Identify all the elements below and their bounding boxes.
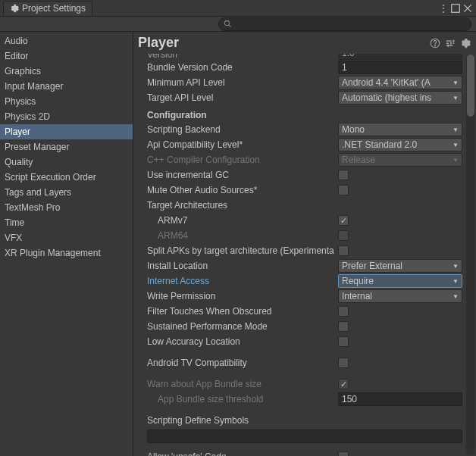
target-api-label: Target API Level bbox=[147, 92, 338, 103]
bundle-threshold-label: App Bundle size threshold bbox=[147, 394, 338, 404]
split-apk-checkbox[interactable] bbox=[338, 245, 349, 256]
min-api-dropdown[interactable]: Android 4.4 'KitKat' (A▼ bbox=[338, 76, 462, 89]
install-location-label: Install Location bbox=[147, 261, 338, 271]
settings-icon[interactable] bbox=[444, 37, 456, 49]
internet-access-label: Internet Access bbox=[147, 276, 338, 286]
filter-touches-checkbox[interactable] bbox=[338, 306, 349, 317]
android-tv-label: Android TV Compatibility bbox=[147, 358, 338, 368]
maximize-icon[interactable] bbox=[450, 3, 461, 14]
chevron-down-icon: ▼ bbox=[453, 142, 459, 148]
chevron-down-icon: ▼ bbox=[453, 95, 459, 102]
gear-icon bbox=[10, 4, 19, 13]
arm64-checkbox bbox=[338, 230, 349, 241]
window-title: Project Settings bbox=[22, 3, 86, 14]
sidebar-item-editor[interactable]: Editor bbox=[0, 48, 133, 64]
svg-point-3 bbox=[224, 20, 229, 25]
menu-icon[interactable]: ⋮ bbox=[438, 3, 449, 14]
warn-bundle-checkbox bbox=[338, 379, 349, 389]
sidebar-item-preset-manager[interactable]: Preset Manager bbox=[0, 139, 133, 155]
api-compat-label: Api Compatibility Level* bbox=[147, 139, 338, 150]
svg-rect-0 bbox=[452, 4, 460, 12]
install-location-dropdown[interactable]: Prefer External▼ bbox=[338, 259, 462, 273]
low-accuracy-label: Low Accuracy Location bbox=[147, 336, 338, 347]
chevron-down-icon: ▼ bbox=[453, 126, 459, 133]
sidebar-item-xr-plugin-management[interactable]: XR Plugin Management bbox=[0, 245, 133, 261]
scripting-backend-label: Scripting Backend bbox=[147, 124, 338, 135]
chevron-down-icon: ▼ bbox=[453, 293, 459, 300]
mute-audio-label: Mute Other Audio Sources* bbox=[147, 185, 338, 195]
target-arch-label: Target Architectures bbox=[147, 200, 338, 211]
sidebar-item-tags-and-layers[interactable]: Tags and Layers bbox=[0, 185, 133, 200]
sidebar-item-player[interactable]: Player bbox=[0, 124, 133, 139]
sidebar: AudioEditorGraphicsInput ManagerPhysicsP… bbox=[0, 32, 133, 456]
min-api-label: Minimum API Level bbox=[147, 77, 338, 88]
svg-point-6 bbox=[434, 45, 435, 45]
chevron-down-icon: ▼ bbox=[453, 157, 459, 164]
filter-touches-label: Filter Touches When Obscured bbox=[147, 306, 338, 317]
vertical-scrollbar[interactable] bbox=[465, 54, 476, 456]
content-panel: Player Version* Bundle Version Code Mini… bbox=[133, 32, 476, 456]
svg-line-4 bbox=[229, 25, 231, 27]
internet-access-dropdown[interactable]: Require▼ bbox=[338, 274, 462, 288]
sidebar-item-input-manager[interactable]: Input Manager bbox=[0, 79, 133, 94]
gear-icon[interactable] bbox=[459, 37, 471, 49]
scripting-symbols-label: Scripting Define Symbols bbox=[147, 415, 338, 426]
sidebar-item-audio[interactable]: Audio bbox=[0, 33, 133, 48]
sidebar-item-graphics[interactable]: Graphics bbox=[0, 64, 133, 79]
search-bar bbox=[0, 17, 476, 32]
scripting-backend-dropdown[interactable]: Mono▼ bbox=[338, 123, 462, 136]
bundle-version-code-field[interactable] bbox=[338, 61, 462, 74]
cpp-compiler-dropdown: Release▼ bbox=[338, 153, 462, 167]
bundle-threshold-field bbox=[338, 392, 462, 406]
bundle-version-code-label: Bundle Version Code bbox=[147, 62, 338, 73]
page-title: Player bbox=[138, 35, 179, 51]
search-icon bbox=[224, 20, 232, 28]
armv7-label: ARMv7 bbox=[147, 215, 338, 226]
panel-header: Player bbox=[133, 32, 476, 54]
sustained-perf-label: Sustained Performance Mode bbox=[147, 321, 338, 332]
sidebar-item-script-execution-order[interactable]: Script Execution Order bbox=[0, 170, 133, 185]
mute-audio-checkbox[interactable] bbox=[338, 185, 349, 195]
api-compat-dropdown[interactable]: .NET Standard 2.0▼ bbox=[338, 138, 462, 151]
titlebar: Project Settings ⋮ bbox=[0, 0, 476, 17]
chevron-down-icon: ▼ bbox=[453, 263, 459, 270]
incremental-gc-checkbox[interactable] bbox=[338, 170, 349, 180]
sustained-perf-checkbox[interactable] bbox=[338, 321, 349, 332]
chevron-down-icon: ▼ bbox=[453, 80, 459, 86]
search-input[interactable] bbox=[235, 20, 466, 29]
window-tab[interactable]: Project Settings bbox=[3, 1, 92, 16]
chevron-down-icon: ▼ bbox=[453, 278, 459, 285]
scroll-thumb[interactable] bbox=[467, 55, 474, 117]
version-label: Version* bbox=[147, 54, 338, 60]
low-accuracy-checkbox[interactable] bbox=[338, 336, 349, 347]
close-icon[interactable] bbox=[462, 3, 473, 14]
sidebar-item-quality[interactable]: Quality bbox=[0, 155, 133, 170]
write-permission-label: Write Permission bbox=[147, 291, 338, 301]
version-field[interactable] bbox=[338, 54, 462, 60]
split-apk-label: Split APKs by target architecture (Exper… bbox=[147, 245, 338, 256]
help-icon[interactable] bbox=[429, 37, 441, 49]
search-field-wrap[interactable] bbox=[218, 17, 471, 31]
properties-list: Version* Bundle Version Code Minimum API… bbox=[133, 54, 465, 456]
sidebar-item-vfx[interactable]: VFX bbox=[0, 230, 133, 245]
write-permission-dropdown[interactable]: Internal▼ bbox=[338, 289, 462, 303]
android-tv-checkbox[interactable] bbox=[338, 358, 349, 368]
sidebar-item-textmesh-pro[interactable]: TextMesh Pro bbox=[0, 200, 133, 215]
scripting-symbols-field[interactable] bbox=[147, 429, 462, 443]
sidebar-item-physics-2d[interactable]: Physics 2D bbox=[0, 109, 133, 124]
sidebar-item-physics[interactable]: Physics bbox=[0, 94, 133, 109]
allow-unsafe-checkbox[interactable] bbox=[338, 451, 349, 456]
configuration-header: Configuration bbox=[147, 108, 462, 122]
target-api-dropdown[interactable]: Automatic (highest ins▼ bbox=[338, 91, 462, 105]
armv7-checkbox[interactable] bbox=[338, 215, 349, 226]
cpp-compiler-label: C++ Compiler Configuration bbox=[147, 155, 338, 165]
arm64-label: ARM64 bbox=[147, 230, 338, 241]
sidebar-item-time[interactable]: Time bbox=[0, 215, 133, 230]
warn-bundle-label: Warn about App Bundle size bbox=[147, 379, 338, 389]
incremental-gc-label: Use incremental GC bbox=[147, 170, 338, 180]
allow-unsafe-label: Allow 'unsafe' Code bbox=[147, 451, 338, 456]
